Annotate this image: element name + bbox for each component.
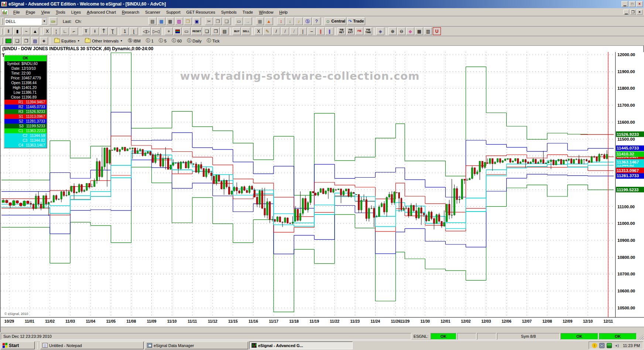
symbol-combobox[interactable]: DELL ▼ — [4, 18, 48, 25]
save-page-icon[interactable]: ▣ — [193, 17, 201, 25]
stop-level-icon[interactable]: ɭ — [130, 27, 138, 35]
menu-tools[interactable]: Tools — [53, 9, 68, 16]
task-button-esignal-advanced-g-[interactable]: eSignal - Advanced G... — [249, 342, 353, 349]
tick-arrows-icon[interactable]: ↕ — [277, 17, 285, 25]
trendline-icon[interactable]: / — [272, 27, 280, 35]
cascade-windows-icon[interactable]: ❐ — [22, 37, 30, 45]
sell-button[interactable]: SELL — [242, 27, 250, 35]
renko-icon[interactable]: ⌐ — [70, 27, 78, 35]
date-axis[interactable]: 10/2911/0111/0211/0311/0411/0511/0811/09… — [1, 317, 644, 327]
fib-circle-button[interactable]: FIB — [355, 27, 363, 35]
tick-bars-icon[interactable]: ¦ — [52, 27, 60, 35]
download-data-icon[interactable]: ↓ — [286, 17, 294, 25]
chart-scrollbar[interactable] — [1, 327, 644, 332]
menu-view[interactable]: View — [38, 9, 53, 16]
interval-shortcut-daily[interactable]: ⒾDaily — [187, 38, 201, 44]
new-window-icon[interactable]: ❏ — [203, 27, 211, 35]
hot-list-icon[interactable]: ▲ — [265, 17, 273, 25]
pencil-tool-icon[interactable]: ✎ — [263, 27, 271, 35]
profit-taking-index-icon[interactable]: 1 — [121, 27, 129, 35]
expand-bars-icon[interactable]: ◁▷ — [142, 27, 151, 35]
zoom-out-icon[interactable]: ⊖ — [397, 27, 405, 35]
symbol-value[interactable]: DELL — [4, 19, 41, 24]
resize-grip[interactable] — [637, 333, 643, 339]
area-style-icon[interactable]: ▲ — [31, 27, 39, 35]
menu-research[interactable]: Research — [119, 9, 142, 16]
print-icon[interactable]: ▭ — [235, 17, 243, 25]
color-bars-icon[interactable] — [174, 27, 182, 35]
page-layers-icon[interactable] — [4, 37, 13, 45]
line-style-icon[interactable]: ~ — [22, 27, 30, 35]
maximize-button[interactable]: □ — [629, 1, 636, 7]
menu-support[interactable]: Support — [163, 9, 184, 16]
mdi-restore-button[interactable]: ❐ — [630, 10, 636, 15]
menu-advanced-chart[interactable]: Advanced Chart — [84, 9, 119, 16]
eraser-icon[interactable]: ◆ — [406, 27, 414, 35]
new-page-icon[interactable]: ▤ — [148, 17, 157, 25]
compress-bars-icon[interactable]: ▷◁ — [151, 27, 160, 35]
zoom-in-icon[interactable]: ⊕ — [388, 27, 397, 35]
menu-help[interactable]: Help — [276, 9, 291, 16]
fib-time-button[interactable]: FIBTIME — [364, 27, 372, 35]
candlestick-style-icon[interactable]: ▮ — [13, 27, 21, 35]
interval-shortcut-tick[interactable]: ⒾTick — [207, 38, 220, 44]
point-figure-icon[interactable]: X — [43, 27, 51, 35]
symbol-shortcut-ibm[interactable]: ⓈIBM — [128, 38, 141, 44]
mdi-close-button[interactable]: × — [637, 10, 643, 15]
task-button-untitled-notepad[interactable]: Untitled - Notepad — [40, 342, 144, 349]
title-bar[interactable]: eSignal - Advanced GET Edition - Welcome… — [0, 0, 644, 8]
delete-tool-icon[interactable]: X — [254, 27, 263, 35]
context-help-icon[interactable]: ? — [312, 17, 321, 25]
menu-symbols[interactable]: Symbols — [218, 9, 240, 16]
equities-dropdown[interactable]: Equities▼ — [54, 39, 80, 43]
trendline-ray-icon[interactable]: / — [290, 27, 298, 35]
chart-plot[interactable] — [1, 52, 614, 317]
minimize-button[interactable]: ▁ — [621, 1, 628, 7]
chevron-down-icon[interactable]: ▼ — [41, 18, 47, 25]
bar-chart-style-icon[interactable]: ‖ — [4, 27, 13, 35]
start-button[interactable]: Start — [1, 342, 35, 349]
central-button[interactable]: ☺Central — [325, 17, 346, 25]
data-window-icon[interactable]: ▦ — [256, 17, 264, 25]
crosshair-icon[interactable]: + — [165, 27, 173, 35]
menu-window[interactable]: Window — [256, 9, 276, 16]
option-chain-icon[interactable]: ▨ — [175, 17, 183, 25]
snapshot-icon[interactable] — [599, 343, 604, 348]
chart-properties-icon[interactable]: ▤ — [220, 27, 229, 35]
close-button[interactable]: × — [636, 1, 643, 7]
mdi-minimize-button[interactable]: ▁ — [623, 10, 629, 15]
menu-page[interactable]: Page — [23, 9, 38, 16]
page-setup-icon[interactable]: ▤ — [31, 37, 39, 45]
open-page-icon[interactable]: ❒ — [184, 17, 192, 25]
drag-drop-study-icon[interactable]: ◈ — [376, 27, 384, 35]
price-axis[interactable]: 12000.0011900.0011800.0011700.0011600.00… — [616, 52, 644, 317]
interval-shortcut-60[interactable]: Ⓘ60 — [172, 38, 182, 44]
notes-icon[interactable]: ▥ — [424, 27, 432, 35]
security-shield-icon[interactable]: ! — [592, 343, 597, 348]
task-button-esignal-data-manager[interactable]: eSignal Data Manager — [145, 342, 248, 349]
trendline-segment-icon[interactable]: / — [281, 27, 289, 35]
menu-trade[interactable]: Trade — [240, 9, 256, 16]
menu-file[interactable]: File — [10, 9, 23, 16]
network-status-icon[interactable] — [607, 343, 612, 348]
copy-icon[interactable]: ❐ — [214, 17, 222, 25]
clone-window-icon[interactable]: ❐ — [212, 27, 220, 35]
buy-button[interactable]: BUY — [233, 27, 241, 35]
gann-tool-icon[interactable]: Ɨ — [91, 27, 99, 35]
add-page-icon[interactable]: + — [40, 37, 48, 45]
xtl-tool-icon[interactable]: Ʈ — [109, 27, 117, 35]
toolbar-grip[interactable] — [1, 38, 3, 44]
quote-board-icon[interactable]: ▩ — [166, 17, 174, 25]
elliott-tool-icon[interactable]: Ŧ — [82, 27, 90, 35]
alert-bell-icon[interactable]: ♪ — [295, 17, 303, 25]
paste-icon[interactable]: ❑ — [223, 17, 231, 25]
pitchfork-tool-icon[interactable]: Ť — [100, 27, 108, 35]
horizontal-line-icon[interactable]: ‒ — [308, 27, 316, 35]
snap-grid-icon[interactable]: ▦ — [415, 27, 423, 35]
menu-lines[interactable]: Lines — [68, 9, 84, 16]
interval-shortcut-1[interactable]: Ⓘ1 — [146, 38, 154, 44]
interval-shortcut-5[interactable]: Ⓘ5 — [159, 38, 167, 44]
toolbar-grip[interactable] — [1, 18, 3, 25]
reset-button[interactable]: RESET — [191, 27, 202, 35]
menu-get-resources[interactable]: GET Resources — [184, 9, 218, 16]
